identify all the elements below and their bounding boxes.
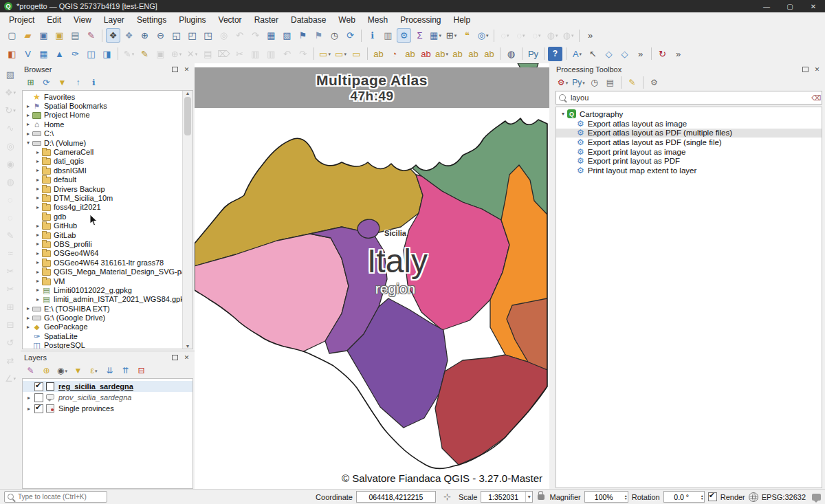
maximize-button[interactable]: ▢ xyxy=(778,0,802,12)
add-postgis-layer-button[interactable]: ◫ xyxy=(84,47,98,61)
toolbar2-extension-button[interactable]: » xyxy=(633,47,648,61)
algorithm-item[interactable]: Export print layout as PDF xyxy=(556,156,822,166)
metasearch-button[interactable]: ◍ xyxy=(504,47,518,61)
magnifier-input[interactable] xyxy=(585,492,623,502)
delete-part-tool[interactable]: ◌ xyxy=(3,210,18,225)
menu-item[interactable]: Vector xyxy=(212,14,248,26)
collapse-all-button[interactable]: ↑ xyxy=(71,76,85,89)
expander-icon[interactable] xyxy=(34,204,41,210)
menu-item[interactable]: Plugins xyxy=(173,14,212,26)
browser-item[interactable]: foss4g_it2021 xyxy=(23,203,192,212)
close-panel-button[interactable]: ✕ xyxy=(813,65,822,74)
plugin-button[interactable]: ↻ xyxy=(655,47,670,61)
expander-icon[interactable] xyxy=(34,149,41,155)
python-console-button[interactable]: Py xyxy=(526,47,540,61)
history-button[interactable]: ◷ xyxy=(587,76,602,89)
new-map-view-button[interactable]: ▦ xyxy=(264,28,278,43)
zoom-in-tool[interactable]: ⊕ xyxy=(138,28,152,43)
browser-item[interactable]: GitHub xyxy=(23,221,192,230)
magnifier-spin-icons[interactable]: ▲▼ xyxy=(623,494,628,500)
run-feature-action-tool[interactable]: ▥ xyxy=(381,28,395,43)
select-features-tool[interactable]: ◌ xyxy=(498,28,512,43)
coordinate-input[interactable] xyxy=(359,492,433,502)
processing-toolbox-button[interactable]: ⚙ xyxy=(397,28,411,43)
algorithm-item[interactable]: Print layout map extent to layer xyxy=(556,166,822,175)
menu-item[interactable]: Processing xyxy=(394,14,447,26)
vertex-tool-button[interactable]: ✕ xyxy=(185,47,199,61)
toggle-editing-button[interactable]: ✎ xyxy=(138,47,152,61)
locator-input[interactable] xyxy=(16,492,110,501)
select-by-value-tool[interactable]: ◌ xyxy=(514,28,528,43)
style-manager-button[interactable]: ✎ xyxy=(84,28,98,43)
layer-visibility-checkbox[interactable] xyxy=(34,382,43,391)
browser-item[interactable]: Drivers Backup xyxy=(23,184,192,193)
browser-item[interactable]: Favorites xyxy=(23,92,192,101)
expander-icon[interactable] xyxy=(25,131,32,137)
invert-selection-tool[interactable]: ◍ xyxy=(561,28,575,43)
close-panel-button[interactable]: ✕ xyxy=(182,65,191,74)
pan-map-tool[interactable]: ❖ xyxy=(106,28,120,43)
extents-toggle-icon[interactable]: ⊹ xyxy=(440,491,454,503)
select-all-tool[interactable]: ◍ xyxy=(545,28,560,43)
expander-icon[interactable] xyxy=(34,232,41,238)
menu-item[interactable]: Database xyxy=(285,14,332,26)
menu-item[interactable]: Raster xyxy=(248,14,285,26)
add-part-tool[interactable]: ◉ xyxy=(3,156,18,171)
add-polygon-feature-tool[interactable]: ◇ xyxy=(602,47,616,61)
open-attribute-table-button[interactable]: ▦ xyxy=(428,28,443,43)
rotation-input[interactable] xyxy=(664,492,699,502)
copy-features-button[interactable]: ▥ xyxy=(248,47,263,61)
data-source-manager-button[interactable]: ◧ xyxy=(5,47,19,61)
browser-item[interactable]: D:\ (Volume) xyxy=(23,138,192,147)
add-vector-layer-button[interactable]: V xyxy=(21,47,35,61)
properties-widget-button[interactable]: ℹ xyxy=(87,76,101,89)
show-hide-labels-button[interactable]: ab xyxy=(434,47,449,61)
expander-icon[interactable] xyxy=(34,177,41,183)
expander-icon[interactable] xyxy=(25,324,32,330)
browser-item[interactable]: Project Home xyxy=(23,111,192,120)
add-spatialite-layer-button[interactable]: ✑ xyxy=(68,47,82,61)
open-layer-styling-button[interactable]: ✎ xyxy=(23,364,38,377)
rotation-spin-icons[interactable]: ▲▼ xyxy=(699,494,704,500)
expander-icon[interactable] xyxy=(25,140,32,146)
menu-item[interactable]: View xyxy=(67,14,98,26)
menu-item[interactable]: Settings xyxy=(131,14,173,26)
scripts-button[interactable]: Py xyxy=(571,76,586,89)
cut-features-button[interactable]: ✂ xyxy=(232,47,247,61)
delete-ring-tool[interactable]: ◌ xyxy=(3,192,18,207)
zoom-last-tool[interactable]: ↶ xyxy=(232,28,247,43)
map-canvas[interactable]: Multipage Atlas 47h:49 Sicilia Italy reg… xyxy=(195,63,549,490)
change-label-button[interactable]: ab xyxy=(482,47,496,61)
scroll-thumb[interactable] xyxy=(184,97,191,135)
expander-icon[interactable] xyxy=(25,305,32,311)
results-viewer-button[interactable]: ▤ xyxy=(603,76,617,89)
layer-item[interactable]: Single provinces xyxy=(23,403,192,414)
deselect-features-tool[interactable]: ◌ xyxy=(529,28,544,43)
measure-tool[interactable]: ⊞ xyxy=(444,28,459,43)
edit-in-place-button[interactable]: ✎ xyxy=(625,76,639,89)
layer-item[interactable]: reg_sicilia_sardegna xyxy=(23,381,192,392)
split-parts-tool[interactable]: ✂ xyxy=(3,281,18,296)
trim-extend-tool[interactable]: ∠ xyxy=(3,371,18,386)
manage-map-themes-button[interactable]: ◉ xyxy=(55,364,69,377)
undo-button[interactable]: ↶ xyxy=(280,47,294,61)
browser-item[interactable]: CameraCell xyxy=(23,147,192,156)
move-feature-tool[interactable]: ❖ xyxy=(3,85,18,100)
add-feature-button[interactable]: ⊕ xyxy=(169,47,184,61)
menu-item[interactable]: Mesh xyxy=(362,14,394,26)
browser-item[interactable]: E:\ (TOSHIBA EXT) xyxy=(23,304,192,313)
pan-to-selection-tool[interactable]: ❖ xyxy=(122,28,136,43)
expander-icon[interactable] xyxy=(34,269,41,275)
redo-button[interactable]: ↷ xyxy=(296,47,310,61)
close-panel-button[interactable]: ✕ xyxy=(182,353,191,362)
add-mesh-layer-button[interactable]: ▲ xyxy=(52,47,67,61)
browser-item[interactable]: OSGeo4W64 xyxy=(23,249,192,258)
pin-labels-button[interactable]: ab xyxy=(403,47,417,61)
browser-item[interactable]: GeoPackage xyxy=(23,322,192,331)
paste-features-button[interactable]: ▥ xyxy=(264,47,278,61)
expand-all-button[interactable]: ⇊ xyxy=(102,364,117,377)
label-anchor-tool[interactable]: ↖ xyxy=(586,47,600,61)
save-project-button[interactable]: ▣ xyxy=(36,28,51,43)
browser-item[interactable]: GitLab xyxy=(23,230,192,239)
browser-item[interactable]: Limiti01012022_g.gpkg xyxy=(23,285,192,294)
